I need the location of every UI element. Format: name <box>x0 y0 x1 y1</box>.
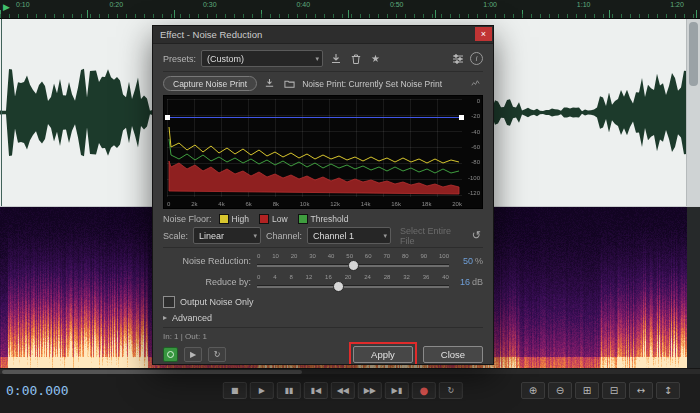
freq-tick-label: 4k <box>218 201 224 207</box>
settings-icon[interactable] <box>450 52 465 65</box>
reduce-by-row: Reduce by: 0481216202428323640 16dB <box>163 271 483 292</box>
play-button[interactable]: ▶ <box>250 382 274 399</box>
playhead-line <box>1 19 2 206</box>
chevron-down-icon: ▾ <box>383 232 387 240</box>
slider-tick-label: 30 <box>309 253 316 259</box>
zoom-horizontal-button[interactable]: ↔ <box>629 382 653 399</box>
ruler-time-label: 1:00 <box>483 1 497 8</box>
reduce-by-ticks: 0481216202428323640 <box>257 274 449 280</box>
chevron-down-icon: ▾ <box>254 232 258 240</box>
db-axis: 0-20-40-60-80-100-120 <box>464 98 480 196</box>
slider-tick-label: 50 <box>346 253 353 259</box>
presets-dropdown[interactable]: (Custom) ▾ <box>201 50 323 67</box>
timeline-ruler[interactable]: ▶ 0:100:200:300:400:501:001:101:20 <box>0 0 700 19</box>
legend-swatch <box>219 214 229 224</box>
slider-tick-label: 12 <box>306 274 313 280</box>
close-icon[interactable]: × <box>475 27 492 41</box>
apply-button[interactable]: Apply <box>353 346 413 363</box>
save-preset-icon[interactable] <box>328 52 343 65</box>
zoom-in-time-button[interactable]: ⊞ <box>575 382 599 399</box>
slider-tick-label: 36 <box>423 274 430 280</box>
legend-items: High Low Threshold <box>219 214 349 224</box>
presets-label: Presets: <box>163 54 196 64</box>
db-tick-label: 0 <box>477 98 480 104</box>
zoom-out-time-button[interactable]: ⊟ <box>602 382 626 399</box>
legend-label: Threshold <box>311 214 349 224</box>
divider <box>163 71 483 72</box>
noise-graph[interactable]: 0-20-40-60-80-100-120 02k4k6k8k10k12k14k… <box>163 95 483 209</box>
scale-label: Scale: <box>163 231 188 241</box>
slider-tick-label: 20 <box>345 274 352 280</box>
noise-reduction-label: Noise Reduction: <box>163 256 251 266</box>
freq-tick-label: 8k <box>273 201 279 207</box>
freq-tick-label: 2k <box>191 201 197 207</box>
reduce-by-value-box: 16dB <box>449 277 483 287</box>
freq-tick-label: 16k <box>391 201 401 207</box>
select-entire-file-button[interactable]: Select Entire File <box>400 226 460 246</box>
close-dialog-button[interactable]: Close <box>423 346 483 363</box>
reset-icon[interactable]: ↺ <box>470 229 483 242</box>
vertical-scrollbar-lower[interactable] <box>687 207 700 368</box>
legend-label: Low <box>272 214 288 224</box>
save-noise-print-icon[interactable] <box>262 77 277 90</box>
noise-floor-low-band <box>169 161 459 194</box>
transport-bar: 0:00.000 ■▶▮▮▮◀◀◀▶▶▶▮●↻ ⊕⊖⊞⊟↔↕ <box>0 374 700 413</box>
noise-reduction-handle[interactable] <box>348 260 359 271</box>
reduce-by-unit: dB <box>472 277 483 287</box>
noise-reduction-row: Noise Reduction: 0102030405060708090100 … <box>163 250 483 271</box>
ruler-time-label: 0:30 <box>203 1 217 8</box>
noise-print-options-icon[interactable] <box>468 77 483 90</box>
channel-dropdown[interactable]: Channel 1 ▾ <box>307 227 391 244</box>
slider-tick-label: 100 <box>439 253 449 259</box>
threshold-line[interactable] <box>167 117 462 118</box>
loop-button[interactable]: ↻ <box>439 382 463 399</box>
pause-button[interactable]: ▮▮ <box>277 382 301 399</box>
dialog-title: Effect - Noise Reduction <box>160 29 262 40</box>
favorite-icon[interactable]: ★ <box>368 52 383 65</box>
slider-tick-label: 70 <box>383 253 390 259</box>
vertical-scrollbar[interactable] <box>686 19 700 206</box>
slider-tick-label: 4 <box>273 274 276 280</box>
reduce-by-slider[interactable]: 0481216202428323640 <box>257 273 449 291</box>
slider-tick-label: 0 <box>257 274 260 280</box>
noise-reduction-slider[interactable]: 0102030405060708090100 <box>257 252 449 270</box>
rewind-button[interactable]: ◀◀ <box>331 382 355 399</box>
divider <box>163 327 483 328</box>
fast-forward-button[interactable]: ▶▶ <box>358 382 382 399</box>
advanced-expander-icon[interactable]: ▸ <box>163 313 167 322</box>
advanced-label[interactable]: Advanced <box>172 313 212 323</box>
vertical-scrollbar-thumb[interactable] <box>689 22 698 86</box>
capture-noise-print-button[interactable]: Capture Noise Print <box>163 76 257 91</box>
output-noise-only-checkbox[interactable] <box>163 296 175 308</box>
db-tick-label: -60 <box>471 144 480 150</box>
preview-loop-button[interactable]: ↻ <box>208 347 226 362</box>
zoom-in-button[interactable]: ⊕ <box>521 382 545 399</box>
legend-swatch <box>298 214 308 224</box>
skip-to-start-button[interactable]: ▮◀ <box>304 382 328 399</box>
zoom-out-button[interactable]: ⊖ <box>548 382 572 399</box>
power-icon <box>167 351 174 358</box>
dialog-titlebar[interactable]: Effect - Noise Reduction × <box>153 26 493 44</box>
preview-play-button[interactable]: ▶ <box>184 347 202 362</box>
db-tick-label: -120 <box>468 190 480 196</box>
scale-dropdown[interactable]: Linear ▾ <box>193 227 261 244</box>
load-noise-print-icon[interactable] <box>282 77 297 90</box>
threshold-handle-left[interactable] <box>165 115 170 120</box>
record-button[interactable]: ● <box>412 382 436 399</box>
info-icon[interactable]: i <box>470 52 483 65</box>
reduce-by-handle[interactable] <box>333 281 344 292</box>
advanced-row: ▸ Advanced <box>163 310 483 325</box>
ruler-time-label: 0:40 <box>296 1 310 8</box>
skip-to-end-button[interactable]: ▶▮ <box>385 382 409 399</box>
ruler-time-label: 0:50 <box>390 1 404 8</box>
annotation-highlight: Apply <box>349 342 417 366</box>
noise-reduction-dialog: Effect - Noise Reduction × Presets: (Cus… <box>152 25 494 365</box>
stop-button[interactable]: ■ <box>223 382 247 399</box>
zoom-vertical-button[interactable]: ↕ <box>656 382 680 399</box>
slider-tick-label: 40 <box>328 253 335 259</box>
scale-row: Scale: Linear ▾ Channel: Channel 1 ▾ Sel… <box>163 226 483 245</box>
delete-preset-icon[interactable] <box>348 52 363 65</box>
freq-tick-label: 12k <box>330 201 340 207</box>
slider-tick-label: 8 <box>289 274 292 280</box>
effect-power-toggle[interactable] <box>163 347 178 362</box>
